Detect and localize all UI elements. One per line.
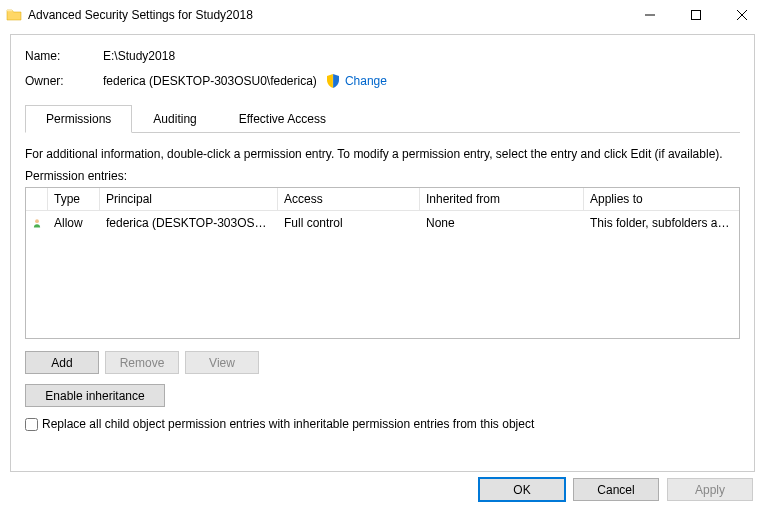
- folder-icon: [6, 7, 22, 23]
- permission-entries-label: Permission entries:: [25, 169, 740, 183]
- cell-principal: federica (DESKTOP-303OSU0\f...: [100, 214, 278, 232]
- entry-buttons-row: Add Remove View: [25, 351, 740, 374]
- replace-checkbox[interactable]: [25, 418, 38, 431]
- shield-icon: [325, 73, 341, 89]
- cancel-button[interactable]: Cancel: [573, 478, 659, 501]
- tab-auditing[interactable]: Auditing: [132, 105, 217, 133]
- tab-bar: Permissions Auditing Effective Access: [25, 105, 740, 133]
- replace-checkbox-label[interactable]: Replace all child object permission entr…: [42, 417, 534, 431]
- cell-inherited: None: [420, 214, 584, 232]
- svg-point-4: [35, 219, 39, 223]
- owner-label: Owner:: [25, 74, 103, 88]
- ok-button[interactable]: OK: [479, 478, 565, 501]
- add-button[interactable]: Add: [25, 351, 99, 374]
- column-header-inherited[interactable]: Inherited from: [420, 188, 584, 210]
- column-header-principal[interactable]: Principal: [100, 188, 278, 210]
- owner-value: federica (DESKTOP-303OSU0\federica): [103, 74, 317, 88]
- list-header: Type Principal Access Inherited from App…: [26, 188, 739, 211]
- change-owner-link[interactable]: Change: [325, 73, 387, 89]
- column-header-access[interactable]: Access: [278, 188, 420, 210]
- view-button[interactable]: View: [185, 351, 259, 374]
- name-row: Name: E:\Study2018: [25, 49, 740, 63]
- svg-line-3: [737, 10, 747, 20]
- titlebar: Advanced Security Settings for Study2018: [0, 0, 765, 30]
- enable-inheritance-row: Enable inheritance: [25, 384, 740, 407]
- user-icon: [26, 214, 48, 232]
- column-header-type[interactable]: Type: [48, 188, 100, 210]
- name-label: Name:: [25, 49, 103, 63]
- tab-effective-access[interactable]: Effective Access: [218, 105, 347, 133]
- replace-checkbox-row: Replace all child object permission entr…: [25, 417, 740, 431]
- main-panel: Name: E:\Study2018 Owner: federica (DESK…: [10, 34, 755, 472]
- svg-line-2: [737, 10, 747, 20]
- remove-button[interactable]: Remove: [105, 351, 179, 374]
- dialog-footer: OK Cancel Apply: [0, 478, 765, 511]
- cell-access: Full control: [278, 214, 420, 232]
- apply-button[interactable]: Apply: [667, 478, 753, 501]
- column-header-applies[interactable]: Applies to: [584, 188, 739, 210]
- enable-inheritance-button[interactable]: Enable inheritance: [25, 384, 165, 407]
- name-value: E:\Study2018: [103, 49, 175, 63]
- table-row[interactable]: Allow federica (DESKTOP-303OSU0\f... Ful…: [26, 211, 739, 235]
- owner-row: Owner: federica (DESKTOP-303OSU0\federic…: [25, 73, 740, 89]
- cell-applies: This folder, subfolders and files: [584, 214, 739, 232]
- maximize-button[interactable]: [673, 0, 719, 30]
- cell-type: Allow: [48, 214, 100, 232]
- info-text: For additional information, double-click…: [25, 147, 740, 161]
- permission-entries-list[interactable]: Type Principal Access Inherited from App…: [25, 187, 740, 339]
- close-button[interactable]: [719, 0, 765, 30]
- tab-permissions[interactable]: Permissions: [25, 105, 132, 133]
- svg-rect-1: [692, 11, 701, 20]
- list-body: Allow federica (DESKTOP-303OSU0\f... Ful…: [26, 211, 739, 338]
- change-link-text: Change: [345, 74, 387, 88]
- window-title: Advanced Security Settings for Study2018: [28, 8, 627, 22]
- col-icon-spacer: [26, 188, 48, 210]
- minimize-button[interactable]: [627, 0, 673, 30]
